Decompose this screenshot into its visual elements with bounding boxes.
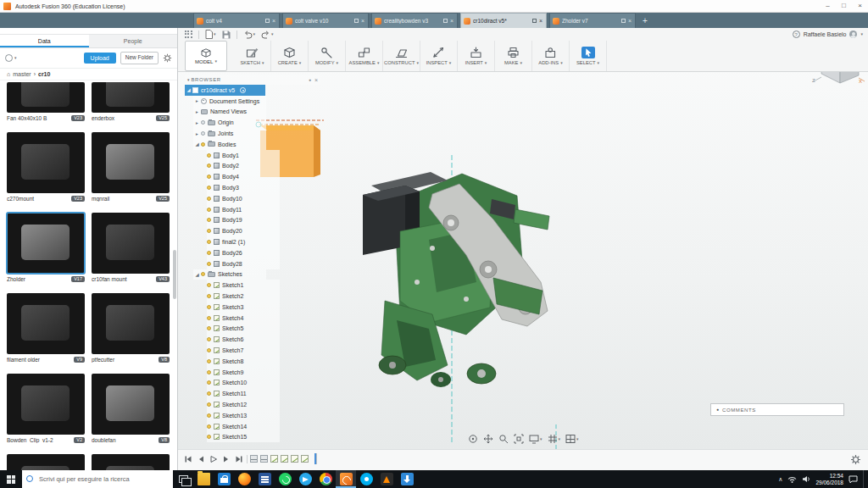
- app-fusion-360[interactable]: [336, 470, 356, 488]
- comments-bar[interactable]: ● COMMENTS: [710, 403, 844, 416]
- visibility-bulb-icon[interactable]: [207, 175, 211, 179]
- browser-body-item[interactable]: Body4: [207, 171, 280, 182]
- doc-tab[interactable]: crealitybowden v3 ×: [371, 13, 458, 28]
- visibility-bulb-icon[interactable]: [207, 197, 211, 201]
- visibility-bulb-icon[interactable]: [207, 424, 211, 429]
- data-panel-item-partial[interactable]: [7, 454, 85, 470]
- pan-icon[interactable]: [483, 434, 493, 444]
- browser-node-joints[interactable]: ▸ Joints: [193, 128, 266, 139]
- timeline-step-back-button[interactable]: [196, 454, 206, 464]
- browser-sketch-item[interactable]: Sketch1: [207, 280, 280, 291]
- doc-tab[interactable]: colt valve v10 ×: [282, 13, 369, 28]
- breadcrumb-item[interactable]: master: [13, 71, 31, 77]
- data-panel-item[interactable]: doublefanV8: [92, 374, 170, 446]
- volume-icon[interactable]: [802, 475, 810, 483]
- task-view-button[interactable]: [173, 470, 193, 488]
- visibility-bulb-icon[interactable]: [201, 142, 205, 147]
- browser-sketch-item[interactable]: Sketch9: [207, 367, 280, 378]
- visibility-bulb-icon[interactable]: [207, 316, 211, 320]
- display-settings-icon[interactable]: ▾: [529, 434, 542, 444]
- browser-body-item[interactable]: Body26: [207, 247, 280, 258]
- browser-options-icon[interactable]: ●: [309, 77, 311, 82]
- ribbon-group-make[interactable]: MAKE▾: [495, 41, 532, 71]
- app-media-player[interactable]: [376, 470, 397, 488]
- app-word[interactable]: [254, 470, 275, 488]
- save-button[interactable]: [222, 30, 231, 39]
- app-skype[interactable]: [356, 470, 376, 488]
- activate-radio-icon[interactable]: [240, 87, 246, 93]
- grid-settings-icon[interactable]: ▾: [548, 434, 561, 444]
- visibility-bulb-icon[interactable]: [207, 186, 211, 190]
- expand-icon[interactable]: ◢: [193, 141, 201, 147]
- visibility-bulb-icon[interactable]: [207, 240, 211, 244]
- visibility-bulb-icon[interactable]: [207, 359, 211, 363]
- data-settings-gear-icon[interactable]: [163, 51, 172, 66]
- browser-body-item[interactable]: Body1: [207, 150, 280, 161]
- browser-body-item[interactable]: Body19: [207, 215, 280, 226]
- data-panel-toggle-button[interactable]: [185, 30, 192, 38]
- app-chrome[interactable]: [315, 470, 336, 488]
- browser-body-item[interactable]: Body3: [207, 182, 280, 193]
- browser-close-icon[interactable]: ×: [314, 77, 318, 83]
- taskbar-search-input[interactable]: [39, 470, 170, 488]
- tab-close-icon[interactable]: ×: [538, 18, 543, 24]
- tab-pin-icon[interactable]: [443, 19, 448, 23]
- timeline-skip-end-button[interactable]: [234, 454, 244, 464]
- account-menu-caret-icon[interactable]: ▾: [860, 32, 863, 36]
- browser-body-item[interactable]: Body20: [207, 225, 280, 236]
- avatar[interactable]: [849, 30, 857, 38]
- browser-body-item[interactable]: Body2: [207, 161, 280, 172]
- browser-sketch-item[interactable]: Sketch7: [207, 345, 280, 356]
- visibility-bulb-icon[interactable]: [207, 337, 211, 341]
- app-whatsapp[interactable]: [275, 470, 295, 488]
- taskbar-clock[interactable]: 12:54 29/06/2018: [815, 473, 843, 486]
- visibility-bulb-icon[interactable]: [201, 272, 205, 276]
- tab-close-icon[interactable]: ×: [449, 18, 454, 24]
- start-button[interactable]: [0, 470, 22, 488]
- browser-body-item[interactable]: final2 (1): [207, 236, 280, 247]
- timeline-play-button[interactable]: [209, 454, 219, 464]
- expand-icon[interactable]: ◢: [193, 272, 201, 277]
- browser-node-bodies[interactable]: ◢ Bodies: [193, 139, 266, 150]
- new-folder-button[interactable]: New Folder: [120, 52, 159, 64]
- data-panel-item-selected[interactable]: ZholderV17: [7, 213, 85, 285]
- visibility-bulb-icon[interactable]: [207, 305, 211, 309]
- app-download-manager[interactable]: [397, 470, 417, 488]
- visibility-bulb-icon[interactable]: [201, 131, 205, 136]
- timeline-sketch-feature-icon[interactable]: [281, 455, 288, 463]
- visibility-bulb-icon[interactable]: [207, 380, 211, 385]
- visibility-bulb-icon[interactable]: [207, 370, 211, 374]
- orbit-icon[interactable]: [468, 434, 478, 444]
- tab-data[interactable]: Data: [0, 35, 89, 47]
- timeline-sketch-feature-icon[interactable]: [291, 455, 298, 463]
- model-3d[interactable]: [363, 172, 549, 387]
- network-icon[interactable]: [787, 475, 797, 483]
- timeline-sketch-feature-icon[interactable]: [301, 455, 309, 463]
- data-panel-item[interactable]: Bowden_Clip_v1-2V2: [7, 374, 85, 446]
- timeline-marker[interactable]: [314, 453, 317, 464]
- browser-sketch-item[interactable]: Sketch12: [207, 399, 280, 410]
- timeline-skip-start-button[interactable]: [183, 454, 193, 464]
- ribbon-group-inspect[interactable]: INSPECT▾: [420, 41, 458, 71]
- browser-sketch-item[interactable]: Sketch14: [207, 421, 280, 432]
- new-tab-button[interactable]: +: [638, 13, 652, 28]
- minimize-button[interactable]: –: [820, 0, 836, 12]
- ribbon-group-add-ins[interactable]: ADD-INS▾: [532, 41, 570, 71]
- visibility-bulb-icon[interactable]: [207, 283, 211, 287]
- data-panel-item[interactable]: c270mountV23: [7, 132, 85, 204]
- browser-sketch-item[interactable]: Sketch6: [207, 334, 280, 345]
- tab-pin-icon[interactable]: [532, 19, 537, 23]
- browser-body-item[interactable]: Body28: [207, 258, 280, 269]
- data-panel-item[interactable]: cr10fan mountV43: [92, 213, 170, 285]
- browser-sketch-item[interactable]: Sketch4: [207, 313, 280, 324]
- data-panel-item[interactable]: Fan 40x40x10 BV23: [7, 82, 85, 124]
- file-menu-button[interactable]: ▾: [205, 30, 216, 39]
- browser-sketch-item[interactable]: Sketch11: [207, 388, 280, 399]
- ribbon-group-create[interactable]: CREATE▾: [271, 41, 309, 71]
- timeline-sketch-feature-icon[interactable]: [270, 455, 278, 463]
- ribbon-group-sketch[interactable]: SKETCH▾: [234, 41, 271, 71]
- browser-sketch-item[interactable]: Sketch13: [207, 410, 280, 421]
- visibility-bulb-icon[interactable]: [207, 391, 211, 396]
- undo-button[interactable]: ▾: [243, 30, 256, 39]
- browser-collapse-icon[interactable]: ▾: [187, 78, 190, 82]
